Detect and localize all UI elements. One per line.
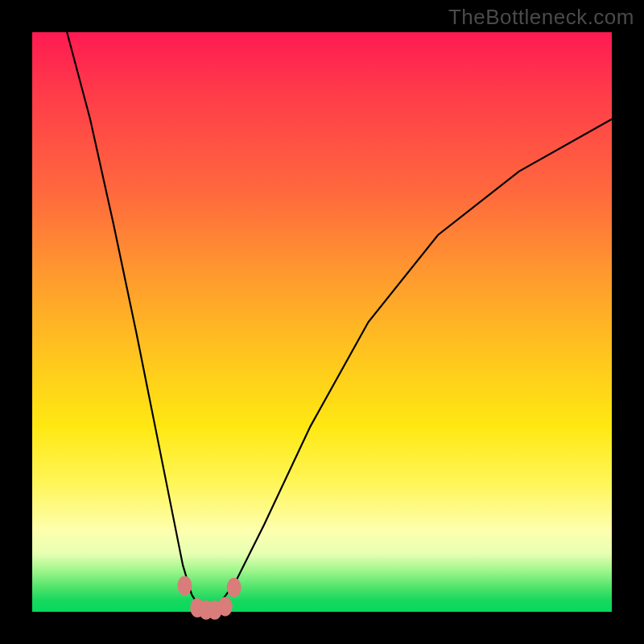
curve-left-branch <box>67 32 206 612</box>
watermark-text: TheBottleneck.com <box>448 5 634 30</box>
marker-point <box>227 578 242 597</box>
plot-area <box>32 32 612 612</box>
bottom-markers <box>177 576 241 620</box>
curve-right-branch <box>206 119 612 612</box>
marker-point <box>218 597 233 617</box>
curve-layer <box>32 32 612 612</box>
marker-point <box>177 576 192 596</box>
chart-frame: TheBottleneck.com <box>0 0 644 644</box>
